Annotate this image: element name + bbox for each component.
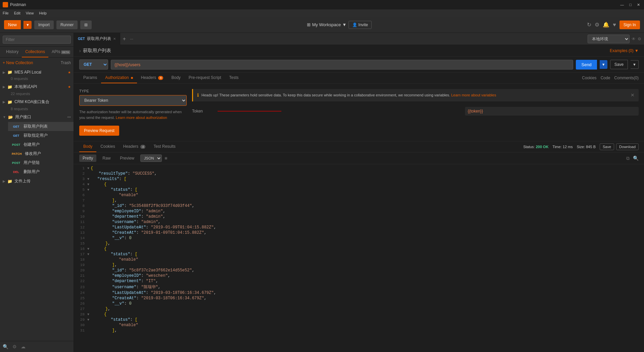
expand-icon[interactable]: ▼ [87,313,89,316]
trash-button[interactable]: Trash [61,60,71,65]
search-icon[interactable]: 🔍 [633,156,639,161]
close-icon[interactable]: ✕ [631,92,635,98]
size-label: Size: 845 B [577,145,596,149]
list-item[interactable]: ▶ 📁 MES API Local ★ [0,68,74,77]
new-button[interactable]: New [4,20,21,29]
list-item[interactable]: DEL 删除用户 [8,167,74,176]
download-button[interactable]: Download [616,143,639,150]
list-item[interactable]: GET 获取用户列表 [8,122,74,131]
code-area[interactable]: 1 ▼ { 2 "resultType": "SUCCESS", 3 ▼ "re… [74,164,644,352]
format-preview[interactable]: Preview [117,155,138,162]
format-raw[interactable]: Raw [99,155,114,162]
resp-tab-test-results[interactable]: Test Results [149,141,179,152]
tab-add-button[interactable]: + [120,36,129,42]
env-select[interactable]: 本地环境 No Environment [588,35,630,43]
tab-body[interactable]: Body [167,73,184,83]
notification-icon[interactable]: 🔔 [603,21,609,28]
tab-params[interactable]: Params [79,73,101,83]
expand-icon[interactable]: ▼ [87,167,89,170]
token-row: Token {{token}} [192,107,639,116]
more-icon[interactable]: ••• [67,115,71,119]
expand-icon[interactable]: ▼ [87,318,89,322]
tab-history[interactable]: History [3,47,22,57]
invite-button[interactable]: 👤 Invite [349,21,372,29]
search-icon[interactable]: 🔍 [3,344,8,349]
menu-help[interactable]: Help [39,11,47,15]
code-line: 11 "username": "admin", [74,219,644,225]
menu-file[interactable]: File [3,11,9,15]
settings-icon[interactable]: ⚙ [595,21,599,28]
auth-left: TYPE Bearer Token No Auth API Key Basic … [79,89,187,136]
list-item[interactable]: POST 创建用户 [8,140,74,149]
list-item[interactable]: ▼ 📂 用户接口 ••• [0,112,74,122]
minimize-btn[interactable]: — [619,3,625,7]
expand-icon[interactable]: ▼ [87,253,89,256]
maximize-btn[interactable]: □ [628,3,633,7]
code-link[interactable]: Code [601,76,610,80]
settings-icon[interactable]: ⚙ [12,344,17,349]
collection-list: ▶ 📁 MES API Local ★ 0 requests ▶ 📁 本地测试A… [0,68,74,341]
list-item[interactable]: ▶ 📁 本地测试API ★ [0,82,74,92]
sign-in-button[interactable]: Sign In [619,20,640,29]
menu-view[interactable]: View [26,11,34,15]
search-input[interactable] [3,36,71,44]
comments-link[interactable]: Comments(0) [614,76,639,80]
eye-icon[interactable]: 👁 [632,37,636,41]
list-item[interactable]: POST 用户登陆 [8,158,74,167]
close-btn[interactable]: ✕ [636,3,641,7]
tab-more-button[interactable]: ··· [129,37,135,41]
expand-icon[interactable]: ▼ [87,183,89,186]
tab-collections[interactable]: Collections [22,47,48,57]
code-content: "LastUpdateAt": "2019-03-18T06:16:34.679… [92,291,216,295]
format-pretty[interactable]: Pretty [79,155,96,162]
import-button[interactable]: Import [34,20,54,29]
tab-tests[interactable]: Tests [225,73,243,83]
tab-apis[interactable]: APIs [48,47,74,57]
workspace-button[interactable]: ⊞ My Workspace ▼ [307,22,347,27]
title-bar-left: Postman [3,2,26,7]
resp-tab-cookies[interactable]: Cookies [96,141,119,152]
format-icon[interactable]: ≡ [165,156,167,161]
new-arrow-button[interactable]: ▼ [24,21,32,29]
list-item[interactable]: GET 获取指定用户 [8,131,74,140]
auth-learn-more-link[interactable]: Learn more about authorization [116,116,167,120]
resp-tab-body[interactable]: Body [79,141,96,152]
auth-type-select[interactable]: Bearer Token No Auth API Key Basic Auth … [79,95,187,106]
new-collection-button[interactable]: + New Collection [3,60,33,65]
copy-icon[interactable]: ⧉ [626,156,630,161]
send-arrow-button[interactable]: ▼ [600,60,607,69]
resp-tab-headers[interactable]: Headers 4 [119,141,150,152]
save-button[interactable]: Save [610,60,628,69]
list-item[interactable]: PATCH 修改用户 [8,149,74,158]
sync-icon[interactable]: ↻ [587,21,591,28]
tab-close-icon[interactable]: ✕ [113,37,116,41]
runner-button[interactable]: Runner [56,20,78,29]
expand-icon[interactable]: ▼ [87,177,89,181]
save-arrow-button[interactable]: ▼ [631,60,639,69]
heart-icon[interactable]: ♥ [613,22,616,28]
list-item[interactable]: ▶ 📁 CRM KOA接口集合 [0,97,74,107]
method-select[interactable]: GET POST PUT PATCH DELETE [79,59,108,70]
preview-request-button[interactable]: Preview Request [79,126,119,136]
format-select[interactable]: JSON XML HTML [140,155,162,162]
expand-icon[interactable]: ▼ [87,188,89,192]
settings-icon[interactable]: ⚙ [638,37,641,41]
cookies-link[interactable]: Cookies [582,76,596,80]
examples-button[interactable]: Examples (0) ▼ [610,48,639,53]
expand-icon[interactable]: ▼ [87,247,89,251]
tab-headers[interactable]: Headers 8 [137,73,168,83]
line-number: 2 [77,172,85,176]
request-tab[interactable]: GET 获取用户列表 ✕ [74,33,120,45]
url-input[interactable] [111,60,573,70]
tab-authorization[interactable]: Authorization [101,73,137,83]
menu-edit[interactable]: Edit [14,11,20,15]
variables-learn-more-link[interactable]: Learn more about variables [451,93,496,97]
save-response-button[interactable]: Save [600,143,614,150]
layout-button[interactable]: ⊞ [80,20,92,29]
tab-pre-request[interactable]: Pre-request Script [185,73,225,83]
send-button[interactable]: Send [576,60,597,70]
tab-method: GET [78,37,85,41]
window-controls[interactable]: — □ ✕ [619,3,641,7]
list-item[interactable]: ▶ 📁 文件上传 [0,176,74,186]
cloud-icon[interactable]: ☁ [21,344,26,349]
